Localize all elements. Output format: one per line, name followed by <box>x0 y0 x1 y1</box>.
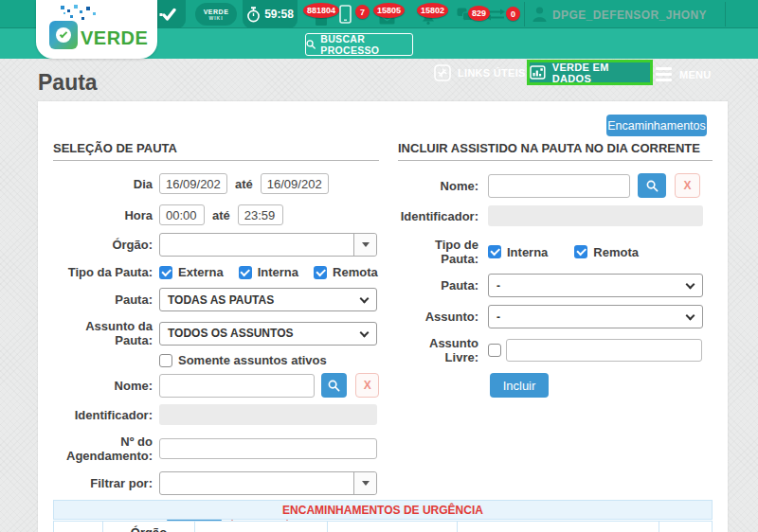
urgencia-col-4 <box>328 522 458 532</box>
incluir-identificador-label: Identificador: <box>398 209 478 223</box>
selecao-de-pauta-section: SELEÇÃO DE PAUTA Dia até Hora até Órgão:… <box>53 141 379 523</box>
chevron-down-icon <box>686 280 695 290</box>
ate-label-hora: até <box>212 208 230 222</box>
checkbox-externa[interactable] <box>159 266 172 279</box>
mail-badge[interactable]: 15805 <box>373 3 405 18</box>
assunto-livre-input[interactable] <box>506 339 702 362</box>
nome-clear-button[interactable]: X <box>355 373 379 398</box>
username[interactable]: DPGE_DEFENSOR_JHONY <box>552 9 707 22</box>
caret-down-icon <box>362 481 370 486</box>
search-icon <box>328 380 340 392</box>
incluir-identificador-field <box>488 205 703 226</box>
buscar-processo-label: BUSCAR PROCESSO <box>320 33 412 56</box>
transfer-badge[interactable]: 0 <box>506 7 520 21</box>
pauta-select[interactable]: TODAS AS PAUTAS <box>159 288 377 311</box>
incluir-pauta-select[interactable]: - <box>488 274 703 297</box>
pauta-select-value: TODAS AS PAUTAS <box>168 293 274 307</box>
checkbox-remota[interactable] <box>314 266 327 279</box>
app-logo[interactable]: VERDE <box>36 0 157 59</box>
incluir-button[interactable]: Incluir <box>490 373 549 398</box>
tipo-da-pauta-label: Tipo da Pauta: <box>53 265 153 279</box>
externa-label: Externa <box>178 265 224 279</box>
documents-badge[interactable]: 881804 <box>303 3 339 18</box>
filtrar-dropdown-button[interactable] <box>353 472 376 494</box>
ate-label: até <box>235 177 253 191</box>
incluir-nome-input[interactable] <box>488 174 630 198</box>
incluir-assistido-section: INCLUIR ASSISTIDO NA PAUTA NO DIA CORREN… <box>398 141 713 398</box>
urgencia-col-1 <box>54 522 103 532</box>
verde-wiki-badge[interactable]: VERDE WIKI <box>195 3 237 26</box>
agendamento-label: Nº do Agendamento: <box>53 434 153 463</box>
incluir-checkbox-remota[interactable] <box>574 245 587 258</box>
orgao-dropdown-button[interactable] <box>353 234 376 256</box>
urgencia-col-3 <box>195 522 328 532</box>
pauta-panel: Encaminhamentos SELEÇÃO DE PAUTA Dia até… <box>38 101 728 532</box>
identificador-label: Identificador: <box>53 408 153 422</box>
incluir-nome-clear-button[interactable]: X <box>675 173 700 198</box>
link-icon <box>434 64 451 81</box>
dia-to-input[interactable] <box>261 173 329 194</box>
phone-badge[interactable]: 7 <box>355 5 370 19</box>
chevron-down-icon <box>360 328 370 337</box>
chart-icon <box>530 65 546 80</box>
incluir-nome-search-button[interactable] <box>638 173 666 198</box>
chat-badge[interactable]: 829 <box>468 6 490 21</box>
phone-icon[interactable] <box>339 5 352 24</box>
encaminhamentos-button[interactable]: Encaminhamentos <box>606 115 707 136</box>
incluir-pauta-value: - <box>496 279 500 293</box>
interna-label: Interna <box>258 265 298 279</box>
pauta-label: Pauta: <box>53 293 153 307</box>
assunto-livre-label: Assunto Livre: <box>398 336 478 364</box>
menu-item[interactable]: MENU <box>656 64 712 84</box>
verde-em-dados-item[interactable]: VERDE EM DADOS <box>527 60 653 85</box>
filtrar-por-combobox[interactable] <box>159 471 377 495</box>
hora-to-input[interactable] <box>238 204 283 225</box>
checkbox-interna[interactable] <box>239 266 252 279</box>
incluir-header: INCLUIR ASSISTIDO NA PAUTA NO DIA CORREN… <box>398 141 713 161</box>
notifications-badge[interactable]: 15802 <box>417 3 448 18</box>
incluir-checkbox-interna[interactable] <box>488 245 501 258</box>
search-icon <box>306 39 316 50</box>
nome-search-button[interactable] <box>321 373 347 398</box>
incluir-remota-label: Remota <box>593 245 639 259</box>
links-uteis-item[interactable]: LINKS ÚTEIS <box>434 64 526 81</box>
logo-text: VERDE <box>81 27 148 49</box>
incluir-assunto-select[interactable]: - <box>488 305 703 328</box>
timer-value: 59:58 <box>264 8 294 21</box>
verde-em-dados-label: VERDE EM DADOS <box>552 62 650 84</box>
wiki-line1: VERDE <box>204 9 229 15</box>
check-icon <box>159 8 176 22</box>
dia-label: Dia <box>53 177 153 191</box>
encaminhamentos-urgencia-table: ENCAMINHAMENTOS DE URGÊNCIA Órgão <box>53 500 713 532</box>
nome-input[interactable] <box>159 374 315 398</box>
remota-label: Remota <box>333 265 378 279</box>
urgencia-col-5 <box>458 522 659 532</box>
assunto-livre-checkbox[interactable] <box>488 344 501 357</box>
buscar-processo-button[interactable]: BUSCAR PROCESSO <box>305 33 413 56</box>
timer-icon <box>246 7 261 23</box>
orgao-label: Órgão: <box>53 238 153 252</box>
incluir-assunto-label: Assunto: <box>398 310 478 324</box>
hora-from-input[interactable] <box>159 204 205 225</box>
checkbox-somente-assuntos-ativos[interactable] <box>159 354 172 367</box>
orgao-combobox[interactable] <box>159 233 377 257</box>
assunto-da-pauta-select[interactable]: TODOS OS ASSUNTOS <box>159 322 377 346</box>
chevron-down-icon <box>360 294 370 304</box>
selecao-header: SELEÇÃO DE PAUTA <box>53 141 379 161</box>
menu-label: MENU <box>679 69 712 80</box>
topbar-separator <box>524 2 525 27</box>
dia-from-input[interactable] <box>159 173 227 194</box>
assunto-da-pauta-label: Assunto da Pauta: <box>53 319 153 347</box>
menu-icon <box>656 64 672 84</box>
urgencia-col-6 <box>659 522 712 532</box>
table-row: Órgão <box>53 521 713 532</box>
agendamento-input[interactable] <box>159 438 377 459</box>
incluir-pauta-label: Pauta: <box>398 278 478 293</box>
assunto-select-value: TODOS OS ASSUNTOS <box>168 327 293 340</box>
chevron-down-icon <box>686 311 695 321</box>
hora-label: Hora <box>53 208 153 222</box>
topbar-separator-right <box>725 2 726 27</box>
session-timer[interactable]: 59:58 <box>243 0 298 28</box>
incluir-interna-label: Interna <box>507 245 548 259</box>
links-uteis-label: LINKS ÚTEIS <box>458 67 526 79</box>
